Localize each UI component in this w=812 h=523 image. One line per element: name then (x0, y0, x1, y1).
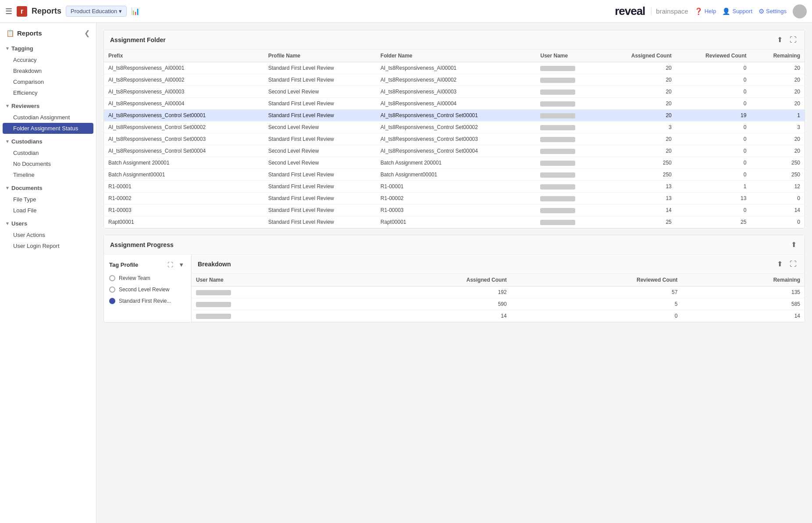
help-button[interactable]: ❓ Help (694, 7, 716, 15)
tag-profile-expand-button[interactable]: ⛶ (166, 261, 175, 269)
assignment-folder-table: Prefix Profile Name Folder Name User Nam… (104, 50, 805, 228)
main-content: Assignment Folder ⬆ ⛶ Prefix Profile Nam… (96, 23, 812, 523)
assignment-progress-header: Assignment Progress ⬆ (104, 235, 805, 254)
cell-reviewed: 0 (676, 122, 751, 133)
table-row[interactable]: AI_ts8Responsiveness_Control Set00001 St… (104, 110, 805, 122)
sidebar-group-documents[interactable]: ▾ Documents (0, 182, 96, 194)
table-row[interactable]: 590 5 585 (192, 298, 805, 310)
sidebar-item-load-file[interactable]: Load File (0, 205, 96, 216)
sidebar-item-timeline[interactable]: Timeline (0, 169, 96, 180)
sidebar-item-breakdown[interactable]: Breakdown (0, 65, 96, 76)
radio-button[interactable] (109, 287, 115, 293)
table-row[interactable]: Batch Assignment00001 Standard First Lev… (104, 169, 805, 181)
tag-profile-header: Tag Profile ⛶ ▼ (104, 258, 191, 272)
cell-remaining: 14 (682, 310, 805, 322)
table-row[interactable]: AI_ts8Responsiveness_Control Set00004 Se… (104, 145, 805, 157)
support-button[interactable]: 👤 Support (722, 7, 752, 15)
chevron-down-icon: ▾ (6, 46, 9, 51)
cell-user (536, 122, 602, 133)
radio-button[interactable] (109, 275, 115, 281)
cell-assigned: 13 (602, 181, 676, 193)
table-row[interactable]: AI_ts8Responsiveness_Control Set00003 St… (104, 133, 805, 145)
cell-user (536, 110, 602, 122)
table-row[interactable]: AI_ts8Responsiveness_AI00002 Standard Fi… (104, 74, 805, 86)
table-row[interactable]: R1-00001 Standard First Level Review R1-… (104, 181, 805, 193)
cell-assigned: 20 (602, 133, 676, 145)
sidebar-collapse-button[interactable]: ❮ (84, 29, 90, 37)
project-name-label: Product Education (71, 8, 117, 14)
table-row[interactable]: R1-00003 Standard First Level Review R1-… (104, 204, 805, 216)
breakdown-fullscreen-button[interactable]: ⛶ (788, 259, 798, 269)
cell-reviewed: 0 (676, 86, 751, 98)
sidebar-header: 📋 Reports ❮ (0, 23, 96, 42)
table-row[interactable]: AI_ts8Responsiveness_AI00004 Standard Fi… (104, 98, 805, 110)
table-row[interactable]: AI_ts8Responsiveness_AI00001 Standard Fi… (104, 62, 805, 74)
cell-reviewed: 25 (676, 216, 751, 228)
cell-prefix: AI_ts8Responsiveness_Control Set00001 (104, 110, 264, 122)
sidebar-group-users[interactable]: ▾ Users (0, 218, 96, 229)
progress-panel-actions: ⬆ (789, 240, 798, 250)
sidebar-group-custodians[interactable]: ▾ Custodians (0, 136, 96, 147)
tag-profile-item[interactable]: Second Level Review (104, 284, 191, 295)
cell-user (536, 169, 602, 181)
tag-profile-item[interactable]: Review Team (104, 272, 191, 284)
settings-button[interactable]: ⚙ Settings (759, 7, 787, 15)
assignment-folder-header: Assignment Folder ⬆ ⛶ (104, 30, 805, 50)
sidebar-item-folder-assignment-status[interactable]: Folder Assignment Status (3, 123, 93, 134)
sidebar-item-user-login-report[interactable]: User Login Report (0, 240, 96, 251)
user-avatar[interactable] (793, 4, 807, 18)
sidebar: 📋 Reports ❮ ▾ Tagging Accuracy Breakdown… (0, 23, 96, 523)
cell-profile: Second Level Review (264, 122, 376, 133)
sidebar-item-file-type[interactable]: File Type (0, 194, 96, 205)
export-button[interactable]: ⬆ (775, 35, 784, 45)
project-selector-button[interactable]: Product Education ▾ (66, 6, 127, 17)
sidebar-item-custodian-assignment[interactable]: Custodian Assignment (0, 112, 96, 123)
help-icon: ❓ (694, 7, 703, 15)
sidebar-item-accuracy[interactable]: Accuracy (0, 54, 96, 65)
cell-assigned: 3 (602, 122, 676, 133)
cell-folder: R1-00003 (376, 204, 536, 216)
breakdown-body: 192 57 135 590 5 585 14 0 14 (192, 287, 805, 322)
cell-profile: Standard First Level Review (264, 98, 376, 110)
table-row[interactable]: AI_ts8Responsiveness_Control Set00002 Se… (104, 122, 805, 133)
user-blurred (540, 161, 575, 166)
sidebar-item-comparison[interactable]: Comparison (0, 76, 96, 87)
cell-assigned: 14 (342, 310, 511, 322)
table-row[interactable]: 192 57 135 (192, 287, 805, 298)
col-user: User Name (536, 50, 602, 62)
sidebar-item-no-documents[interactable]: No Documents (0, 158, 96, 169)
cell-assigned: 20 (602, 98, 676, 110)
sidebar-group-tagging[interactable]: ▾ Tagging (0, 43, 96, 54)
cell-reviewed: 0 (676, 157, 751, 169)
sidebar-users-section: ▾ Users User Actions User Login Report (0, 217, 96, 252)
tag-profile-item[interactable]: Standard First Revie... (104, 295, 191, 307)
table-row[interactable]: R1-00002 Standard First Level Review R1-… (104, 193, 805, 204)
fullscreen-button[interactable]: ⛶ (788, 35, 798, 45)
table-row[interactable]: Batch Assignment 200001 Second Level Rev… (104, 157, 805, 169)
sidebar-item-user-actions[interactable]: User Actions (0, 229, 96, 240)
cell-assigned: 20 (602, 110, 676, 122)
sidebar-item-custodian[interactable]: Custodian (0, 147, 96, 158)
assignment-folder-title: Assignment Folder (110, 36, 166, 43)
breakdown-header-row: User Name Assigned Count Reviewed Count … (192, 274, 805, 287)
radio-button[interactable] (109, 298, 115, 304)
user-blurred (540, 196, 575, 201)
cell-profile: Standard First Level Review (264, 193, 376, 204)
cell-folder: Batch Assignment 200001 (376, 157, 536, 169)
chevron-down-icon: ▾ (119, 8, 122, 14)
cell-profile: Standard First Level Review (264, 133, 376, 145)
sidebar-item-efficiency[interactable]: Efficiency (0, 87, 96, 98)
cell-prefix: R1-00002 (104, 193, 264, 204)
cell-profile: Standard First Level Review (264, 216, 376, 228)
cell-folder: AI_ts8Responsiveness_AI00004 (376, 98, 536, 110)
table-row[interactable]: AI_ts8Responsiveness_AI00003 Second Leve… (104, 86, 805, 98)
table-row[interactable]: 14 0 14 (192, 310, 805, 322)
chart-icon[interactable]: 📊 (131, 7, 140, 15)
breakdown-export-button[interactable]: ⬆ (775, 259, 784, 269)
progress-export-button[interactable]: ⬆ (789, 240, 798, 250)
tag-profile-filter-button[interactable]: ▼ (177, 261, 186, 269)
sidebar-group-reviewers[interactable]: ▾ Reviewers (0, 100, 96, 112)
hamburger-icon[interactable]: ☰ (5, 7, 12, 16)
user-blurred (540, 172, 575, 178)
table-row[interactable]: Rapt00001 Standard First Level Review Ra… (104, 216, 805, 228)
